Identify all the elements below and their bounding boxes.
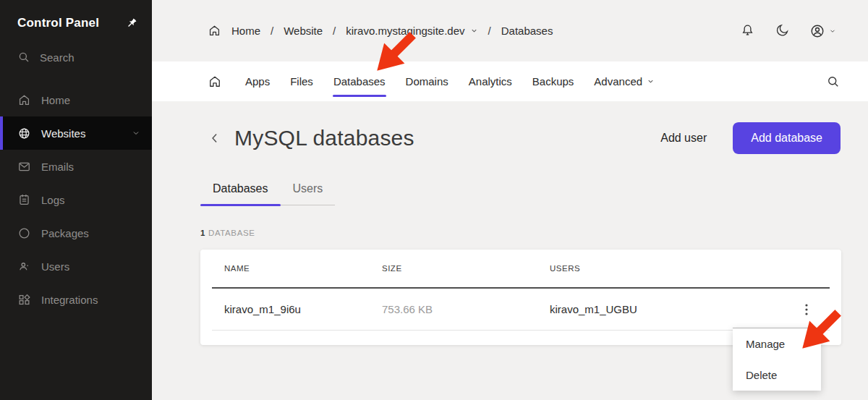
- chevron-down-icon: [647, 77, 655, 85]
- chevron-down-icon: [829, 27, 836, 35]
- sidebar-nav: Home Websites Emails Logs Packages Users…: [0, 83, 152, 316]
- column-header-size: SIZE: [382, 264, 550, 273]
- sidebar-item-label: Home: [41, 94, 70, 106]
- breadcrumb-databases[interactable]: Databases: [501, 25, 553, 37]
- tab-bar: Databases Users: [200, 182, 335, 205]
- home-icon: [17, 93, 31, 107]
- nav-item-backups[interactable]: Backups: [522, 61, 584, 101]
- sidebar-item-label: Emails: [41, 161, 74, 173]
- notifications-bell-icon[interactable]: [740, 23, 755, 38]
- site-nav-home-icon[interactable]: [208, 75, 222, 89]
- chevron-down-icon: [132, 129, 140, 137]
- cell-database-users: kiravo_m1_UGBU: [550, 303, 783, 315]
- pin-icon[interactable]: [126, 17, 137, 29]
- add-database-button[interactable]: Add database: [733, 122, 841, 154]
- top-bar: Home / Website / kiravo.mystagingsite.de…: [152, 0, 868, 61]
- sidebar-item-logs[interactable]: Logs: [0, 183, 152, 216]
- person-icon: [17, 260, 31, 273]
- cell-database-size: 753.66 KB: [382, 303, 550, 315]
- table-row: kiravo_m1_9i6u 753.66 KB kiravo_m1_UGBU: [212, 289, 830, 330]
- tab-users[interactable]: Users: [281, 182, 336, 205]
- sidebar-search[interactable]: Search: [0, 30, 152, 64]
- tab-databases[interactable]: Databases: [200, 182, 281, 205]
- search-icon[interactable]: [826, 75, 841, 89]
- nav-item-label: Advanced: [594, 75, 642, 88]
- menu-item-delete[interactable]: Delete: [733, 359, 821, 391]
- breadcrumb-separator: /: [333, 25, 336, 37]
- user-avatar-icon: [809, 23, 825, 39]
- database-count-label: DATABASE: [208, 229, 255, 237]
- breadcrumb-separator: /: [271, 25, 273, 37]
- page-title: MySQL databases: [234, 126, 414, 150]
- sidebar-header: Control Panel: [0, 0, 152, 30]
- breadcrumb: Home / Website / kiravo.mystagingsite.de…: [208, 24, 553, 38]
- dark-mode-moon-icon[interactable]: [775, 23, 790, 38]
- nav-item-domains[interactable]: Domains: [396, 61, 459, 101]
- nav-item-files[interactable]: Files: [280, 61, 323, 101]
- search-icon: [17, 51, 30, 64]
- sidebar-item-label: Packages: [41, 227, 89, 239]
- sidebar-item-users[interactable]: Users: [0, 250, 152, 283]
- sidebar: Control Panel Search Home Websites Email…: [0, 0, 152, 400]
- back-chevron-icon[interactable]: [208, 131, 222, 145]
- envelope-icon: [17, 160, 31, 174]
- sidebar-item-home[interactable]: Home: [0, 83, 152, 116]
- breadcrumb-home[interactable]: Home: [231, 25, 260, 37]
- breadcrumb-separator: /: [488, 25, 491, 37]
- column-header-name: NAME: [224, 264, 382, 273]
- nav-item-apps[interactable]: Apps: [235, 61, 280, 101]
- sidebar-item-websites[interactable]: Websites: [0, 116, 152, 150]
- circle-icon: [17, 226, 31, 240]
- nav-item-analytics[interactable]: Analytics: [459, 61, 522, 101]
- database-count: 1DATABASE: [200, 229, 255, 237]
- breadcrumb-site-name: kiravo.mystagingsite.dev: [346, 25, 464, 37]
- sidebar-item-emails[interactable]: Emails: [0, 150, 152, 183]
- account-menu[interactable]: [809, 23, 836, 39]
- globe-icon: [17, 127, 31, 140]
- home-icon[interactable]: [208, 24, 221, 38]
- add-user-button[interactable]: Add user: [656, 131, 711, 145]
- sidebar-item-label: Users: [41, 260, 69, 273]
- database-count-number: 1: [200, 229, 205, 237]
- nav-item-advanced[interactable]: Advanced: [584, 61, 665, 101]
- topbar-actions: [740, 23, 836, 39]
- sidebar-search-label: Search: [40, 51, 75, 64]
- breadcrumb-site-selector[interactable]: kiravo.mystagingsite.dev: [346, 25, 477, 37]
- sidebar-item-label: Logs: [41, 194, 65, 206]
- chevron-down-icon: [470, 27, 478, 35]
- menu-item-manage[interactable]: Manage: [733, 328, 821, 359]
- grid-icon: [17, 293, 31, 307]
- main-area: Home / Website / kiravo.mystagingsite.de…: [152, 0, 868, 400]
- column-header-users: USERS: [550, 264, 783, 273]
- sidebar-item-packages[interactable]: Packages: [0, 216, 152, 250]
- cell-database-name: kiravo_m1_9i6u: [224, 303, 382, 315]
- sidebar-item-integrations[interactable]: Integrations: [0, 283, 152, 316]
- app-title: Control Panel: [17, 16, 99, 30]
- sidebar-item-label: Websites: [41, 127, 85, 140]
- breadcrumb-website[interactable]: Website: [284, 25, 323, 37]
- journal-icon: [17, 193, 31, 207]
- sidebar-item-label: Integrations: [41, 294, 98, 306]
- nav-item-databases[interactable]: Databases: [323, 61, 396, 101]
- page-header: MySQL databases Add user Add database: [208, 122, 841, 155]
- site-nav: Apps Files Databases Domains Analytics B…: [152, 61, 868, 101]
- kebab-menu-icon[interactable]: [796, 299, 817, 320]
- table-header-row: NAME SIZE USERS: [212, 250, 830, 289]
- row-context-menu: Manage Delete: [733, 328, 821, 391]
